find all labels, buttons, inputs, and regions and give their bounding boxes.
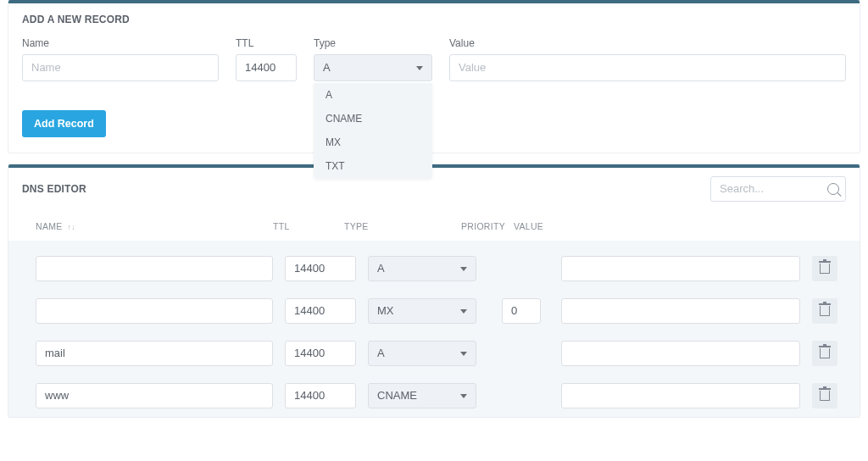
type-select[interactable]: A [314,54,432,81]
row-type-select[interactable]: A [368,256,476,281]
type-option-txt[interactable]: TXT [314,154,432,178]
name-input[interactable] [22,54,219,81]
chevron-down-icon [460,309,467,314]
row-value-input[interactable] [561,383,800,408]
row-ttl-input[interactable] [285,256,356,281]
col-type[interactable]: TYPE [344,221,369,231]
row-value-input[interactable] [561,298,800,324]
row-priority-input[interactable] [502,298,541,324]
sort-icon: ↑↓ [68,223,76,231]
row-type-select[interactable]: MX [368,298,476,324]
name-label: Name [22,37,219,49]
row-ttl-input[interactable] [285,298,356,324]
delete-row-button[interactable] [812,256,837,281]
table-header: NAME↑↓ TTL TYPE PRIORITY VALUE [8,212,860,241]
chevron-down-icon [460,352,467,356]
chevron-down-icon [416,66,423,70]
search-icon [827,183,839,195]
type-dropdown: A CNAME MX TXT [314,83,432,178]
col-ttl[interactable]: TTL [273,221,290,231]
row-type-value: CNAME [377,382,417,409]
row-type-value: MX [377,297,394,325]
col-name[interactable]: NAME [36,221,63,231]
row-ttl-input[interactable] [285,383,356,408]
trash-icon [820,264,830,274]
value-label: Value [449,37,846,49]
dns-editor-panel: DNS EDITOR NAME↑↓ TTL TYPE PRIORITY VALU… [8,164,860,417]
row-name-input[interactable] [36,298,273,324]
row-name-input[interactable] [36,256,273,281]
search-input[interactable] [710,176,846,202]
ttl-label: TTL [236,37,297,49]
trash-icon [820,391,830,401]
row-type-value: A [377,255,385,282]
dns-editor-title: DNS EDITOR [22,183,86,195]
type-option-mx[interactable]: MX [314,131,432,154]
row-name-input[interactable] [36,341,273,366]
row-type-value: A [377,340,385,367]
type-label: Type [314,37,432,49]
trash-icon [820,306,830,316]
chevron-down-icon [460,394,467,398]
trash-icon [820,348,830,358]
table-row: A [8,332,860,375]
row-ttl-input[interactable] [285,341,356,366]
delete-row-button[interactable] [812,383,837,408]
add-record-panel: ADD A NEW RECORD Name TTL Type A [8,0,860,153]
row-value-input[interactable] [561,341,800,366]
chevron-down-icon [460,267,467,271]
add-record-button[interactable]: Add Record [22,110,106,137]
row-type-select[interactable]: CNAME [368,383,476,408]
delete-row-button[interactable] [812,341,837,366]
delete-row-button[interactable] [812,298,837,324]
col-priority[interactable]: PRIORITY [461,221,505,231]
row-value-input[interactable] [561,256,800,281]
type-option-a[interactable]: A [314,83,432,107]
row-name-input[interactable] [36,383,273,408]
table-row: CNAME [8,375,860,417]
row-type-select[interactable]: A [368,341,476,366]
table-row: A [8,247,860,290]
col-value[interactable]: VALUE [514,221,543,231]
table-row: MX [8,290,860,332]
ttl-input[interactable] [236,54,297,81]
type-selected-value: A [323,54,331,81]
value-input[interactable] [449,54,846,81]
add-record-title: ADD A NEW RECORD [8,3,860,37]
type-option-cname[interactable]: CNAME [314,107,432,131]
